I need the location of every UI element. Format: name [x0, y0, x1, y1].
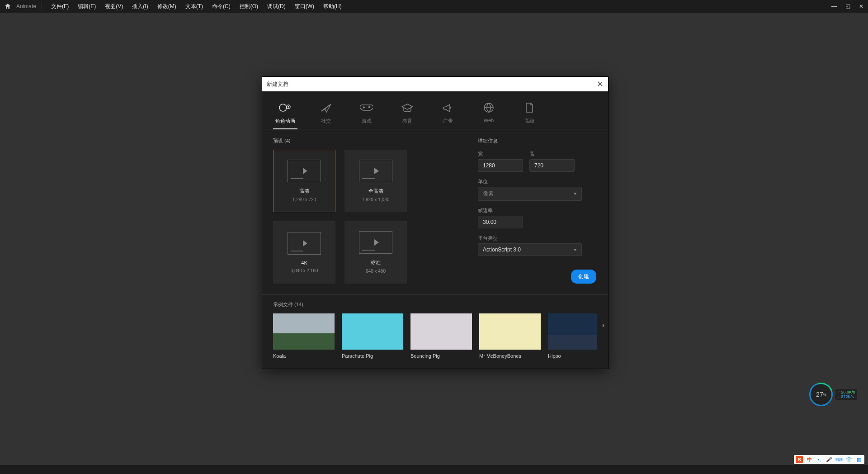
- create-button[interactable]: 创建: [571, 270, 596, 284]
- tab-label: 高级: [524, 118, 534, 124]
- sample-thumb: [273, 313, 335, 350]
- sample-hippo[interactable]: Hippo: [548, 313, 597, 359]
- menu-window[interactable]: 窗口(W): [290, 3, 319, 10]
- minimize-button[interactable]: —: [827, 0, 841, 13]
- menu-debug[interactable]: 调试(D): [263, 3, 290, 10]
- title-bar: Animate 文件(F) 编辑(E) 视图(V) 插入(I) 修改(M) 文本…: [0, 0, 868, 13]
- net-down: ↓ 872K/s: [838, 394, 855, 399]
- preset-name: 标准: [371, 259, 381, 266]
- presets-title: 预设 (4): [273, 137, 464, 144]
- dialog-title: 新建文档: [267, 81, 288, 88]
- platform-select[interactable]: ActionScript 3.0: [478, 243, 582, 256]
- details-title: 详细信息: [478, 137, 596, 144]
- sample-koala[interactable]: Koala: [273, 313, 335, 359]
- sample-name: Hippo: [548, 353, 597, 359]
- menu-file[interactable]: 文件(F): [47, 3, 73, 10]
- gauge-circle: 27%: [809, 383, 833, 406]
- preset-dims: 640 x 480: [366, 269, 386, 274]
- ime-keyboard-icon[interactable]: ⌨: [835, 456, 843, 463]
- menu-cmd[interactable]: 命令(C): [208, 3, 235, 10]
- ime-toolbox-icon[interactable]: ▦: [855, 456, 863, 463]
- svg-point-0: [279, 104, 287, 111]
- platform-label: 平台类型: [478, 235, 596, 242]
- tab-social[interactable]: 社交: [314, 100, 338, 129]
- preset-icon: [359, 231, 392, 254]
- ime-mic-icon[interactable]: 🎤: [826, 456, 833, 463]
- preset-sd[interactable]: 标准 640 x 480: [344, 221, 407, 284]
- dialog-header: 新建文档 ✕: [262, 77, 608, 91]
- sample-bouncing-pig[interactable]: Bouncing Pig: [410, 313, 472, 359]
- sogou-icon[interactable]: S: [796, 456, 803, 463]
- tab-character-anim[interactable]: 角色动画: [273, 100, 297, 129]
- platform-value: ActionScript 3.0: [483, 246, 521, 253]
- preset-dims: 1,280 x 720: [292, 197, 316, 202]
- graduation-icon: [401, 100, 414, 115]
- ime-lang[interactable]: 中: [806, 456, 813, 463]
- menu-help[interactable]: 帮助(H): [319, 3, 346, 10]
- sample-parachute-pig[interactable]: Parachute Pig: [342, 313, 403, 359]
- units-value: 像素: [483, 190, 494, 198]
- tab-education[interactable]: 教育: [395, 100, 420, 129]
- svg-point-3: [369, 107, 370, 108]
- ime-toolbar[interactable]: S 中 •, 🎤 ⌨ 👕 ▦: [794, 455, 864, 464]
- gauge-unit: %: [823, 393, 826, 397]
- sample-thumb: [548, 313, 597, 350]
- menu-edit[interactable]: 编辑(E): [73, 3, 100, 10]
- paper-plane-icon: [320, 100, 332, 115]
- width-input[interactable]: [478, 159, 523, 172]
- window-controls: — ◱ ✕: [827, 0, 868, 13]
- home-icon[interactable]: [4, 2, 12, 10]
- sample-name: Koala: [273, 353, 335, 359]
- menu-insert[interactable]: 插入(I): [127, 3, 152, 10]
- preset-hd[interactable]: 高清 1,280 x 720: [273, 150, 335, 212]
- dialog-close-button[interactable]: ✕: [597, 79, 604, 89]
- sample-name: Bouncing Pig: [410, 353, 472, 359]
- samples-title: 示例文件 (14): [273, 301, 597, 308]
- sample-thumb: [410, 313, 472, 350]
- preset-fullhd[interactable]: 全高清 1,920 x 1,080: [344, 150, 407, 212]
- sample-thumb: [342, 313, 403, 350]
- gamepad-icon: [360, 100, 373, 115]
- tab-label: 社交: [321, 118, 331, 124]
- sample-boneybones[interactable]: Mr McBoneyBones: [479, 313, 541, 359]
- preset-name: 高清: [299, 188, 309, 194]
- height-label: 高: [529, 151, 575, 157]
- tab-web[interactable]: Web: [476, 100, 501, 129]
- net-stats: ↑ 26.8K/s ↓ 872K/s: [835, 389, 857, 400]
- fps-label: 帧速率: [478, 207, 596, 214]
- net-up: ↑ 26.8K/s: [838, 390, 855, 394]
- menu-bar: 文件(F) 编辑(E) 视图(V) 插入(I) 修改(M) 文本(T) 命令(C…: [47, 3, 346, 10]
- close-window-button[interactable]: ✕: [854, 0, 868, 13]
- tab-label: 教育: [402, 118, 412, 124]
- chevron-down-icon: [573, 249, 577, 251]
- menu-view[interactable]: 视图(V): [100, 3, 127, 10]
- units-select[interactable]: 像素: [478, 187, 582, 201]
- menu-text[interactable]: 文本(T): [181, 3, 208, 10]
- character-icon: [278, 100, 292, 115]
- height-input[interactable]: [529, 159, 575, 172]
- preset-icon: [288, 232, 321, 255]
- tab-label: 角色动画: [275, 118, 295, 124]
- svg-point-2: [288, 106, 289, 107]
- sample-thumb: [479, 313, 541, 350]
- tab-ads[interactable]: 广告: [436, 100, 460, 129]
- app-name: Animate: [14, 3, 42, 9]
- preset-dims: 1,920 x 1,080: [362, 197, 390, 202]
- width-label: 宽: [478, 151, 523, 157]
- fps-input[interactable]: [478, 216, 523, 228]
- ime-skin-icon[interactable]: 👕: [845, 456, 853, 463]
- tab-advanced[interactable]: 高级: [517, 100, 542, 129]
- system-gauge-widget[interactable]: 27% ↑ 26.8K/s ↓ 872K/s: [809, 383, 857, 406]
- menu-modify[interactable]: 修改(M): [153, 3, 181, 10]
- menu-ctrl[interactable]: 控制(O): [235, 3, 263, 10]
- maximize-button[interactable]: ◱: [841, 0, 854, 13]
- units-label: 单位: [478, 178, 596, 185]
- new-document-dialog: 新建文档 ✕ 角色动画 社交 游戏 教育 广告: [262, 76, 609, 369]
- preset-name: 全高清: [368, 188, 383, 194]
- preset-4k[interactable]: 4K 3,840 x 2,160: [273, 221, 335, 284]
- gauge-percent: 27: [816, 391, 823, 398]
- category-tabs: 角色动画 社交 游戏 教育 广告 Web: [262, 91, 608, 129]
- tab-game[interactable]: 游戏: [354, 100, 379, 129]
- ime-punct-icon[interactable]: •,: [816, 456, 823, 463]
- samples-next-button[interactable]: ›: [602, 321, 604, 329]
